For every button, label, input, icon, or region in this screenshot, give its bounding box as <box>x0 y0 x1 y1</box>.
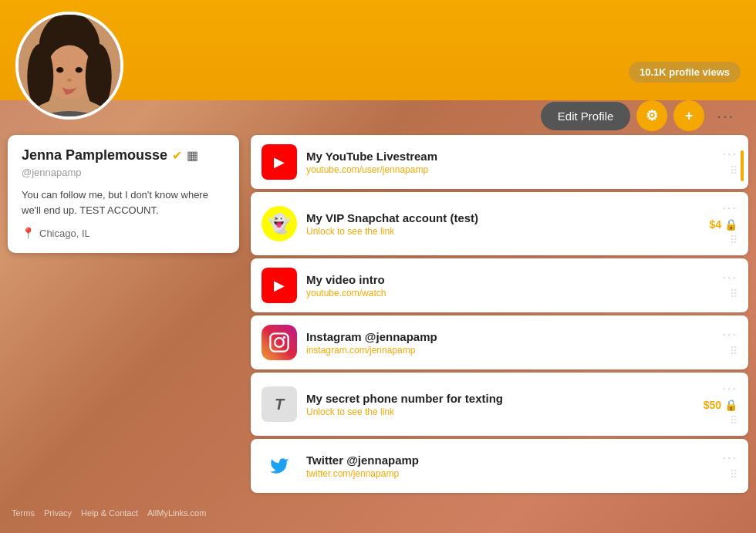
lock-icon: 🔒 <box>724 399 737 411</box>
link-content: My video intro youtube.com/watch <box>306 273 714 299</box>
profile-card: Jenna Pamplemousse ✔ ▦ @jennapamp You ca… <box>8 135 239 253</box>
footer-links: Terms Privacy Help & Contact AllMyLinks.… <box>12 508 206 518</box>
link-card-phone[interactable]: T My secret phone number for texting Unl… <box>251 373 748 436</box>
link-content: Twitter @jennapamp twitter.com/jennapamp <box>306 454 714 479</box>
drag-handle-icon: ⠿ <box>730 414 737 427</box>
link-url: youtube.com/user/jennapamp <box>306 164 714 175</box>
link-card-youtube-livestream[interactable]: My YouTube Livestream youtube.com/user/j… <box>251 135 748 189</box>
lock-icon: 🔒 <box>724 218 737 231</box>
plus-icon: + <box>685 108 694 124</box>
link-card-twitter[interactable]: Twitter @jennapamp twitter.com/jennapamp… <box>251 439 748 493</box>
footer-allmylinks[interactable]: AllMyLinks.com <box>147 508 206 518</box>
svg-point-9 <box>67 79 72 82</box>
price-label: $50 <box>704 399 721 411</box>
youtube-icon <box>262 268 297 303</box>
svg-point-4 <box>86 44 112 110</box>
link-more-button[interactable]: ··· <box>723 451 737 465</box>
add-button[interactable]: + <box>673 100 704 131</box>
profile-bio: You can follow me, but I don't know wher… <box>22 187 225 218</box>
svg-point-7 <box>58 68 62 72</box>
link-more-button[interactable]: ··· <box>723 201 737 215</box>
profile-location: 📍 Chicago, IL <box>22 227 225 239</box>
link-content: My YouTube Livestream youtube.com/user/j… <box>306 150 714 175</box>
link-url: youtube.com/watch <box>306 288 714 299</box>
scroll-indicator <box>741 150 744 181</box>
action-bar: Edit Profile ⚙ + ··· <box>541 100 741 131</box>
link-title: My YouTube Livestream <box>306 150 714 163</box>
ellipsis-icon: ··· <box>717 107 734 124</box>
link-actions: ··· $4 🔒 ⠿ <box>709 201 737 246</box>
twitter-icon <box>262 448 297 484</box>
link-more-button[interactable]: ··· <box>723 271 737 285</box>
instagram-icon <box>262 325 297 360</box>
edit-profile-button[interactable]: Edit Profile <box>541 102 631 130</box>
profile-views-badge: 10.1K profile views <box>629 62 741 83</box>
price-lock: $4 🔒 <box>709 218 737 231</box>
link-more-button[interactable]: ··· <box>723 328 737 342</box>
text-icon: T <box>262 386 297 422</box>
verified-icon: ✔ <box>172 148 182 163</box>
profile-name-row: Jenna Pamplemousse ✔ ▦ <box>22 147 225 164</box>
link-actions: ··· ⠿ <box>723 271 737 300</box>
link-title: My video intro <box>306 273 714 286</box>
drag-handle-icon: ⠿ <box>730 288 737 300</box>
svg-point-8 <box>76 68 81 72</box>
link-title: My secret phone number for texting <box>306 392 694 405</box>
link-url: twitter.com/jennapamp <box>306 468 714 479</box>
location-pin-icon: 📍 <box>22 227 35 239</box>
price-label: $4 <box>709 218 721 231</box>
link-url: Unlock to see the link <box>306 406 694 417</box>
avatar <box>15 12 123 120</box>
link-actions: ··· ⠿ <box>723 147 737 177</box>
snapchat-icon: 👻 <box>262 206 297 241</box>
link-title: My VIP Snapchat account (test) <box>306 211 700 224</box>
svg-rect-11 <box>270 333 288 351</box>
drag-handle-icon: ⠿ <box>730 468 737 481</box>
link-more-button[interactable]: ··· <box>723 382 737 396</box>
drag-handle-icon: ⠿ <box>730 164 737 177</box>
link-card-instagram[interactable]: Instagram @jennapamp instagram.com/jenna… <box>251 315 748 369</box>
more-button[interactable]: ··· <box>710 104 741 128</box>
link-content: My VIP Snapchat account (test) Unlock to… <box>306 211 700 237</box>
link-actions: ··· ⠿ <box>723 451 737 481</box>
svg-point-3 <box>27 44 53 110</box>
link-title: Instagram @jennapamp <box>306 330 714 343</box>
settings-button[interactable]: ⚙ <box>636 100 667 131</box>
link-url: instagram.com/jennapamp <box>306 345 714 356</box>
youtube-icon <box>262 144 297 180</box>
link-actions: ··· ⠿ <box>723 328 737 357</box>
link-content: My secret phone number for texting Unloc… <box>306 392 694 417</box>
link-more-button[interactable]: ··· <box>723 147 737 161</box>
footer-terms[interactable]: Terms <box>12 508 35 518</box>
link-card-video-intro[interactable]: My video intro youtube.com/watch ··· ⠿ <box>251 258 748 312</box>
footer-privacy[interactable]: Privacy <box>44 508 72 518</box>
footer-help[interactable]: Help & Contact <box>81 508 138 518</box>
svg-point-12 <box>275 338 284 347</box>
link-actions: ··· $50 🔒 ⠿ <box>704 382 737 427</box>
gear-icon: ⚙ <box>646 107 658 124</box>
drag-handle-icon: ⠿ <box>730 345 737 357</box>
price-lock: $50 🔒 <box>704 399 737 411</box>
link-content: Instagram @jennapamp instagram.com/jenna… <box>306 330 714 356</box>
drag-handle-icon: ⠿ <box>730 234 737 246</box>
link-card-snapchat[interactable]: 👻 My VIP Snapchat account (test) Unlock … <box>251 192 748 255</box>
profile-name: Jenna Pamplemousse <box>22 147 167 164</box>
link-title: Twitter @jennapamp <box>306 454 714 467</box>
links-panel: My YouTube Livestream youtube.com/user/j… <box>251 135 748 493</box>
qr-icon: ▦ <box>187 148 198 163</box>
link-url: Unlock to see the link <box>306 226 700 237</box>
svg-point-13 <box>283 336 286 339</box>
profile-handle: @jennapamp <box>22 167 225 178</box>
